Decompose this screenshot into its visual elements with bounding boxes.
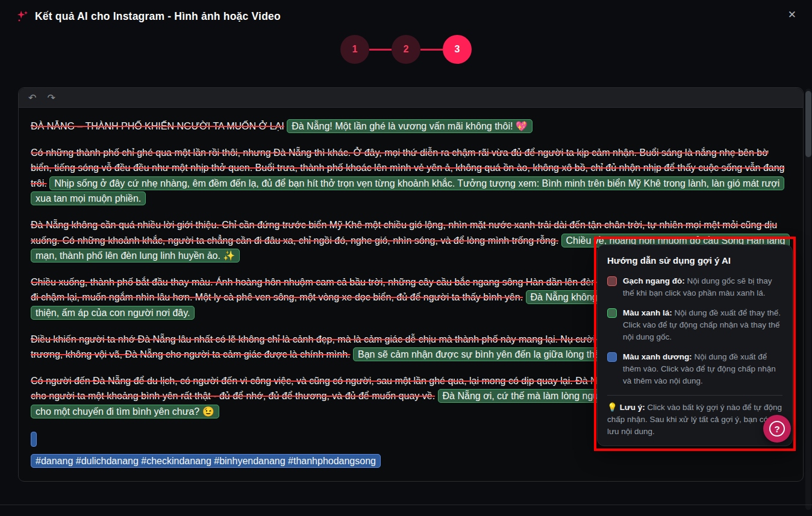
red-swatch-icon bbox=[607, 276, 617, 286]
original-strikethrough-text: ĐÀ NẴNG – THÀNH PHỐ KHIẾN NGƯỜI TA MUỐN … bbox=[31, 121, 284, 131]
modal-ai-result: Kết quả AI cho Instagram - Hình ảnh hoặc… bbox=[0, 0, 812, 64]
undo-icon[interactable]: ↶ bbox=[25, 91, 40, 105]
green-swatch-icon bbox=[607, 308, 617, 318]
scrollbar[interactable] bbox=[805, 89, 811, 510]
step-3[interactable]: 3 bbox=[443, 35, 472, 64]
divider bbox=[0, 505, 812, 505]
guide-item-label: Màu xanh dương: bbox=[623, 352, 692, 361]
ai-suggestion-replace[interactable]: Đà Nẵng! Một lần ghé là vương vấn mãi kh… bbox=[287, 119, 532, 133]
scrollbar-thumb[interactable] bbox=[805, 91, 811, 157]
guide-item-blue: Màu xanh dương: Nội dung đề xuất để thêm… bbox=[607, 351, 782, 387]
editor-card: ↶ ↷ ĐÀ NẴNG – THÀNH PHỐ KHIẾN NGƯỜI TA M… bbox=[18, 87, 804, 482]
guide-item-label: Gạch ngang đỏ: bbox=[623, 276, 685, 285]
question-mark-icon: ? bbox=[769, 421, 785, 437]
page-title: Kết quả AI cho Instagram - Hình ảnh hoặc… bbox=[35, 10, 281, 23]
editor-toolbar: ↶ ↷ bbox=[19, 88, 803, 108]
step-connector bbox=[420, 49, 443, 51]
paragraph: ĐÀ NẴNG – THÀNH PHỐ KHIẾN NGƯỜI TA MUỐN … bbox=[31, 119, 790, 134]
close-icon[interactable]: ✕ bbox=[784, 6, 800, 23]
redo-icon[interactable]: ↷ bbox=[43, 91, 58, 105]
step-connector bbox=[369, 49, 392, 51]
guide-note: 💡 Lưu ý: Click vào bất kỳ gợi ý nào để t… bbox=[607, 402, 782, 438]
step-indicator: 1 2 3 bbox=[0, 35, 812, 64]
step-2[interactable]: 2 bbox=[392, 35, 420, 64]
ai-suggestion-add-empty[interactable] bbox=[31, 432, 37, 447]
guide-item-red: Gạch ngang đỏ: Nội dung gốc sẽ bị thay t… bbox=[607, 275, 782, 299]
divider bbox=[607, 395, 782, 396]
modal-header: Kết quả AI cho Instagram - Hình ảnh hoặc… bbox=[0, 0, 812, 26]
sparkles-icon bbox=[16, 10, 29, 23]
lightbulb-icon: 💡 bbox=[607, 403, 617, 412]
ai-suggestion-add-hashtags[interactable]: #danang #dulichdanang #checkindanang #bi… bbox=[31, 454, 381, 468]
guide-item-green: Màu xanh lá: Nội dung đề xuất để thay th… bbox=[607, 307, 782, 343]
step-1[interactable]: 1 bbox=[340, 35, 369, 64]
guide-title: Hướng dẫn sử dụng gợi ý AI bbox=[607, 254, 782, 267]
paragraph-hashtags: #danang #dulichdanang #checkindanang #bi… bbox=[31, 453, 790, 469]
ai-guide-tooltip: Hướng dẫn sử dụng gợi ý AI Gạch ngang đỏ… bbox=[597, 244, 793, 446]
ai-suggestion-replace[interactable]: Nhịp sống ở đây cứ nhẹ nhàng, êm đềm đến… bbox=[31, 176, 784, 206]
guide-item-label: Màu xanh lá: bbox=[623, 308, 672, 317]
guide-note-label: Lưu ý: bbox=[620, 403, 645, 412]
paragraph: Có những thành phố chỉ ghé qua một lần r… bbox=[31, 145, 790, 207]
blue-swatch-icon bbox=[607, 352, 617, 362]
help-button[interactable]: ? bbox=[763, 415, 791, 443]
